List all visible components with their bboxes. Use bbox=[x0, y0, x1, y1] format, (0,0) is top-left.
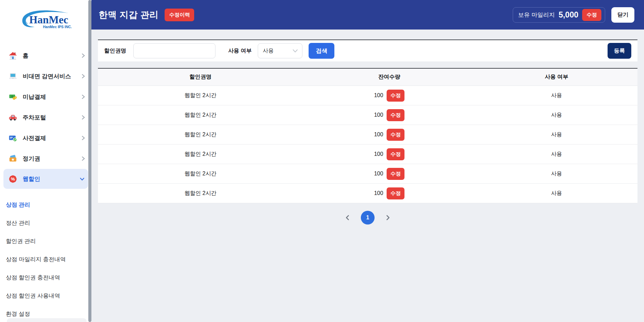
sidebar: HanMec HanMec IPS INC. 홈 비대면 감면서비스 미납결제 bbox=[0, 0, 91, 322]
cell-remaining-qty: 100 수정 bbox=[303, 164, 476, 183]
sidebar-menu-item[interactable]: 정기권 bbox=[0, 148, 91, 169]
mileage-edit-button[interactable]: 수정 bbox=[582, 9, 601, 21]
home-icon bbox=[8, 51, 18, 60]
next-page-button[interactable] bbox=[384, 213, 392, 222]
sidebar-menu-item[interactable]: % 웹할인 bbox=[3, 169, 88, 189]
submenu-item-label: 상점 할인권 충전내역 bbox=[6, 274, 60, 281]
row-edit-button[interactable]: 수정 bbox=[387, 109, 404, 121]
table-row: 웹할인 2시간 100 수정 사용 bbox=[98, 145, 637, 164]
row-edit-button[interactable]: 수정 bbox=[387, 90, 404, 102]
coupon-name-label: 할인권명 bbox=[104, 47, 126, 55]
column-header-use-status: 사용 여부 bbox=[476, 69, 637, 85]
row-edit-button[interactable]: 수정 bbox=[387, 148, 404, 160]
logo-brand-text: HanMec bbox=[29, 14, 68, 26]
logo-subtitle-text: HanMec IPS INC. bbox=[43, 25, 72, 29]
prev-page-button[interactable] bbox=[343, 213, 352, 222]
coupon-name-input[interactable] bbox=[133, 43, 215, 58]
sidebar-submenu-item[interactable]: 정산 관리 bbox=[0, 214, 91, 232]
remaining-qty-value: 100 bbox=[374, 92, 383, 99]
card-icon bbox=[8, 134, 18, 143]
chevron-right-icon bbox=[81, 94, 85, 99]
row-edit-button[interactable]: 수정 bbox=[387, 187, 404, 199]
table-row: 웹할인 2시간 100 수정 사용 bbox=[98, 164, 637, 184]
menu-item-label: 주차포털 bbox=[23, 114, 46, 122]
close-button[interactable]: 닫기 bbox=[611, 7, 634, 23]
cell-use-status: 사용 bbox=[476, 184, 637, 203]
submenu-item-label: 정산 관리 bbox=[6, 219, 30, 227]
register-button[interactable]: 등록 bbox=[608, 43, 631, 59]
table-row: 웹할인 2시간 100 수정 사용 bbox=[98, 125, 637, 145]
use-status-select[interactable]: 사용 bbox=[258, 43, 302, 58]
column-header-coupon-name: 할인권명 bbox=[98, 69, 303, 85]
sidebar-menu-item[interactable]: 주차포털 bbox=[0, 107, 91, 128]
pagination: 1 bbox=[98, 207, 637, 228]
sidebar-submenu-item[interactable]: 할인권 관리 bbox=[0, 232, 91, 250]
sidebar-menu-item[interactable]: 미납결제 bbox=[0, 87, 91, 107]
topbar: 한맥 지갑 관리 수정이력 보유 마일리지 5,000 수정 닫기 bbox=[91, 0, 644, 30]
remaining-qty-value: 100 bbox=[374, 190, 383, 196]
column-header-remaining-qty: 잔여수량 bbox=[303, 69, 476, 85]
coupon-table: 할인권명 잔여수량 사용 여부 웹할인 2시간 100 수정 사용 웹할인 2시… bbox=[98, 68, 637, 203]
sidebar-menu-item[interactable]: 비대면 감면서비스 bbox=[0, 66, 91, 87]
row-edit-button[interactable]: 수정 bbox=[387, 168, 404, 180]
ticket-icon bbox=[8, 154, 18, 163]
remaining-qty-value: 100 bbox=[374, 112, 383, 118]
page-number-button[interactable]: 1 bbox=[361, 211, 375, 225]
cell-coupon-name: 웹할인 2시간 bbox=[98, 145, 303, 164]
hanmec-logo: HanMec HanMec IPS INC. bbox=[0, 0, 91, 41]
table-body: 웹할인 2시간 100 수정 사용 웹할인 2시간 100 수정 사용 웹할인 … bbox=[98, 86, 637, 203]
sidebar-menu-item[interactable]: 사전결제 bbox=[0, 128, 91, 148]
cell-coupon-name: 웹할인 2시간 bbox=[98, 184, 303, 203]
sidebar-submenu-item[interactable]: 상점 마일리지 충전내역 bbox=[0, 250, 91, 268]
mileage-box: 보유 마일리지 5,000 수정 bbox=[513, 7, 605, 23]
remaining-qty-value: 100 bbox=[374, 131, 383, 138]
table-row: 웹할인 2시간 100 수정 사용 bbox=[98, 184, 637, 203]
cell-remaining-qty: 100 수정 bbox=[303, 145, 476, 164]
cell-use-status: 사용 bbox=[476, 86, 637, 105]
cell-remaining-qty: 100 수정 bbox=[303, 125, 476, 144]
chevron-down-icon bbox=[292, 49, 298, 53]
table-header-row: 할인권명 잔여수량 사용 여부 bbox=[98, 69, 637, 86]
cell-use-status: 사용 bbox=[476, 125, 637, 144]
search-button[interactable]: 검색 bbox=[309, 43, 334, 59]
sidebar-submenu-item[interactable]: 상점 할인권 사용내역 bbox=[0, 287, 91, 305]
table-row: 웹할인 2시간 100 수정 사용 bbox=[98, 105, 637, 125]
sidebar-menu-item[interactable]: 홈 bbox=[0, 45, 91, 66]
cell-remaining-qty: 100 수정 bbox=[303, 86, 476, 105]
use-status-label: 사용 여부 bbox=[228, 47, 252, 55]
edit-history-button[interactable]: 수정이력 bbox=[165, 9, 194, 21]
sidebar-submenu-item[interactable]: 상점 할인권 충전내역 bbox=[0, 268, 91, 287]
submenu-item-label: 상점 마일리지 충전내역 bbox=[6, 256, 66, 263]
sidebar-submenu-item[interactable]: 상점 관리 bbox=[0, 196, 91, 214]
row-edit-button[interactable]: 수정 bbox=[387, 129, 404, 141]
percent-icon: % bbox=[8, 174, 18, 184]
submenu-item-label: 환경 설정 bbox=[6, 310, 30, 318]
chevron-right-icon bbox=[81, 115, 85, 120]
content: 할인권명 사용 여부 사용 검색 등록 할인권명 잔여수량 사용 여부 웹할인 … bbox=[91, 30, 644, 228]
submenu-item-label: 상점 할인권 사용내역 bbox=[6, 292, 60, 300]
cell-coupon-name: 웹할인 2시간 bbox=[98, 164, 303, 183]
menu-item-label: 홈 bbox=[23, 52, 29, 60]
page-title: 한맥 지갑 관리 bbox=[99, 9, 158, 21]
submenu-item-label: 상점 관리 bbox=[6, 201, 30, 209]
cell-coupon-name: 웹할인 2시간 bbox=[98, 125, 303, 144]
mileage-label: 보유 마일리지 bbox=[518, 11, 555, 19]
menu-item-label: 비대면 감면서비스 bbox=[23, 72, 71, 80]
chevron-right-icon bbox=[81, 156, 85, 161]
chevron-right-icon bbox=[81, 136, 85, 140]
menu-item-label: 웹할인 bbox=[23, 175, 40, 183]
sidebar-scrollbar[interactable] bbox=[88, 0, 91, 322]
use-status-selected-value: 사용 bbox=[263, 47, 274, 55]
submenu-item-label: 할인권 관리 bbox=[6, 238, 36, 245]
svg-text:%: % bbox=[11, 176, 15, 182]
mileage-value: 5,000 bbox=[558, 10, 578, 20]
menu-item-label: 미납결제 bbox=[23, 93, 46, 101]
car-icon bbox=[8, 113, 18, 122]
cell-use-status: 사용 bbox=[476, 145, 637, 164]
sidebar-menu: 홈 비대면 감면서비스 미납결제 주차포털 bbox=[0, 41, 91, 189]
menu-item-label: 사전결제 bbox=[23, 134, 46, 142]
remaining-qty-value: 100 bbox=[374, 171, 383, 177]
sidebar-submenu: 상점 관리 정산 관리 할인권 관리 상점 마일리지 충전내역 상점 할인권 충… bbox=[0, 189, 91, 322]
table-row: 웹할인 2시간 100 수정 사용 bbox=[98, 86, 637, 105]
search-filter-bar: 할인권명 사용 여부 사용 검색 등록 bbox=[98, 39, 637, 61]
